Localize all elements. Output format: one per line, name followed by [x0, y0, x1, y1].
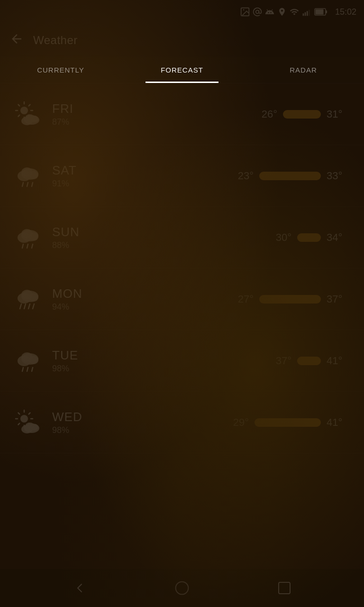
tab-radar[interactable]: RADAR	[243, 57, 364, 83]
tab-currently[interactable]: CURRENTLY	[0, 57, 121, 83]
tab-forecast[interactable]: FORECAST	[121, 57, 243, 83]
tab-bar: CURRENTLY FORECAST RADAR	[0, 57, 364, 83]
background-overlay	[0, 0, 364, 607]
